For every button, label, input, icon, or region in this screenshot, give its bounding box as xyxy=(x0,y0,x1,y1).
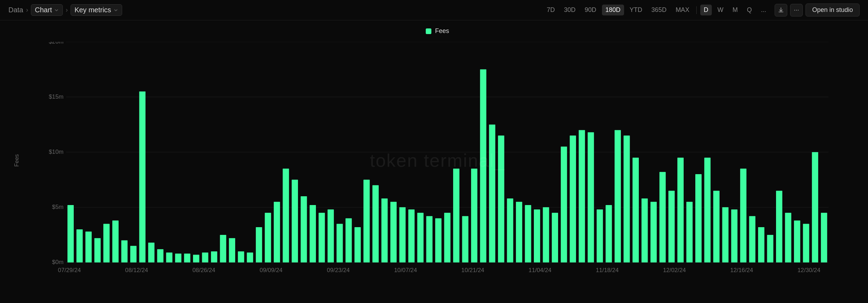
svg-rect-27 xyxy=(220,235,226,263)
svg-rect-44 xyxy=(372,185,379,262)
svg-rect-26 xyxy=(211,251,217,262)
btn-7d[interactable]: 7D xyxy=(543,5,558,15)
svg-rect-62 xyxy=(534,210,540,263)
download-icon xyxy=(778,7,784,13)
btn-quarterly[interactable]: Q xyxy=(743,5,755,15)
svg-rect-75 xyxy=(650,202,657,263)
svg-rect-86 xyxy=(749,216,755,262)
action-buttons: ··· Open in studio xyxy=(775,4,860,17)
svg-rect-14 xyxy=(103,224,110,262)
btn-monthly[interactable]: M xyxy=(729,5,741,15)
svg-text:08/26/24: 08/26/24 xyxy=(192,267,215,274)
svg-text:08/12/24: 08/12/24 xyxy=(125,267,148,274)
svg-rect-30 xyxy=(247,252,253,262)
svg-rect-87 xyxy=(758,227,764,263)
svg-rect-23 xyxy=(184,253,190,262)
svg-rect-35 xyxy=(292,180,298,263)
svg-rect-50 xyxy=(426,216,432,262)
svg-text:09/09/24: 09/09/24 xyxy=(260,267,283,274)
header: Data › Chart › Key metrics 7D 30D 90D 18… xyxy=(0,0,868,20)
svg-rect-90 xyxy=(785,213,791,262)
chevron-down-icon xyxy=(54,8,59,13)
svg-rect-36 xyxy=(301,196,307,263)
svg-rect-19 xyxy=(148,243,154,263)
btn-365d[interactable]: 365D xyxy=(648,5,670,15)
btn-180d[interactable]: 180D xyxy=(602,5,624,15)
svg-rect-70 xyxy=(605,205,612,262)
svg-rect-60 xyxy=(516,202,522,263)
svg-rect-71 xyxy=(615,130,621,262)
breadcrumb-data[interactable]: Data xyxy=(8,6,23,14)
svg-text:09/23/24: 09/23/24 xyxy=(327,267,350,274)
legend-label: Fees xyxy=(435,27,449,35)
btn-more-granularity[interactable]: ... xyxy=(757,5,770,15)
ellipsis-icon: ··· xyxy=(794,6,799,14)
svg-rect-17 xyxy=(130,246,137,262)
svg-rect-52 xyxy=(444,213,450,262)
svg-rect-22 xyxy=(175,253,181,262)
svg-rect-29 xyxy=(238,251,244,262)
svg-rect-83 xyxy=(722,207,729,262)
svg-rect-68 xyxy=(588,132,594,263)
chart-dropdown[interactable]: Chart xyxy=(31,4,63,16)
svg-rect-93 xyxy=(812,152,818,262)
svg-rect-76 xyxy=(660,172,666,263)
svg-rect-58 xyxy=(498,136,504,262)
svg-rect-80 xyxy=(695,174,702,262)
svg-rect-55 xyxy=(471,169,477,262)
breadcrumb-sep1: › xyxy=(26,6,28,14)
open-in-studio-button[interactable]: Open in studio xyxy=(806,4,860,17)
svg-rect-46 xyxy=(390,202,397,263)
svg-rect-94 xyxy=(821,213,827,262)
svg-rect-73 xyxy=(632,158,639,263)
svg-rect-67 xyxy=(579,130,585,262)
metrics-dropdown[interactable]: Key metrics xyxy=(71,4,122,16)
svg-text:11/18/24: 11/18/24 xyxy=(596,267,618,274)
svg-rect-49 xyxy=(417,213,424,262)
svg-rect-37 xyxy=(310,205,316,262)
more-options-button[interactable]: ··· xyxy=(790,4,803,17)
svg-rect-38 xyxy=(319,213,325,262)
svg-rect-11 xyxy=(77,229,83,262)
btn-max[interactable]: MAX xyxy=(672,5,693,15)
btn-daily[interactable]: D xyxy=(700,5,712,15)
svg-rect-91 xyxy=(794,220,800,262)
bar-chart: $0m$5m$10m$15m$20m07/29/2408/12/2408/26/… xyxy=(28,42,847,279)
svg-rect-77 xyxy=(668,191,675,262)
svg-text:10/21/24: 10/21/24 xyxy=(461,267,484,274)
y-axis-label: Fees xyxy=(14,154,20,167)
chevron-down-icon2 xyxy=(113,8,118,13)
btn-90d[interactable]: 90D xyxy=(581,5,600,15)
svg-rect-66 xyxy=(570,136,576,262)
svg-rect-84 xyxy=(731,210,737,263)
breadcrumb: Data › Chart › Key metrics xyxy=(8,4,122,16)
svg-rect-78 xyxy=(677,158,684,263)
chart-dropdown-label: Chart xyxy=(35,6,52,14)
btn-ytd[interactable]: YTD xyxy=(626,5,646,15)
svg-rect-72 xyxy=(624,136,630,262)
svg-text:11/04/24: 11/04/24 xyxy=(529,267,551,274)
svg-rect-63 xyxy=(543,207,549,262)
download-button[interactable] xyxy=(775,4,787,17)
svg-rect-79 xyxy=(686,202,693,263)
svg-rect-45 xyxy=(382,198,388,262)
svg-rect-16 xyxy=(121,241,128,263)
svg-text:10/07/24: 10/07/24 xyxy=(394,267,417,274)
btn-30d[interactable]: 30D xyxy=(561,5,579,15)
legend-color-box xyxy=(426,28,431,34)
time-controls: 7D 30D 90D 180D YTD 365D MAX D W M Q ...… xyxy=(543,4,860,17)
svg-rect-48 xyxy=(408,210,415,263)
svg-rect-89 xyxy=(776,191,782,262)
svg-rect-64 xyxy=(552,213,558,262)
btn-weekly[interactable]: W xyxy=(714,5,727,15)
svg-text:$10m: $10m xyxy=(49,149,64,155)
svg-rect-54 xyxy=(462,216,469,262)
svg-rect-32 xyxy=(265,213,271,262)
svg-rect-28 xyxy=(229,238,235,262)
svg-rect-33 xyxy=(274,202,280,263)
svg-text:$15m: $15m xyxy=(49,93,64,100)
svg-rect-61 xyxy=(525,205,531,262)
svg-text:$5m: $5m xyxy=(52,204,64,210)
svg-rect-25 xyxy=(202,252,208,262)
svg-rect-82 xyxy=(713,191,720,262)
